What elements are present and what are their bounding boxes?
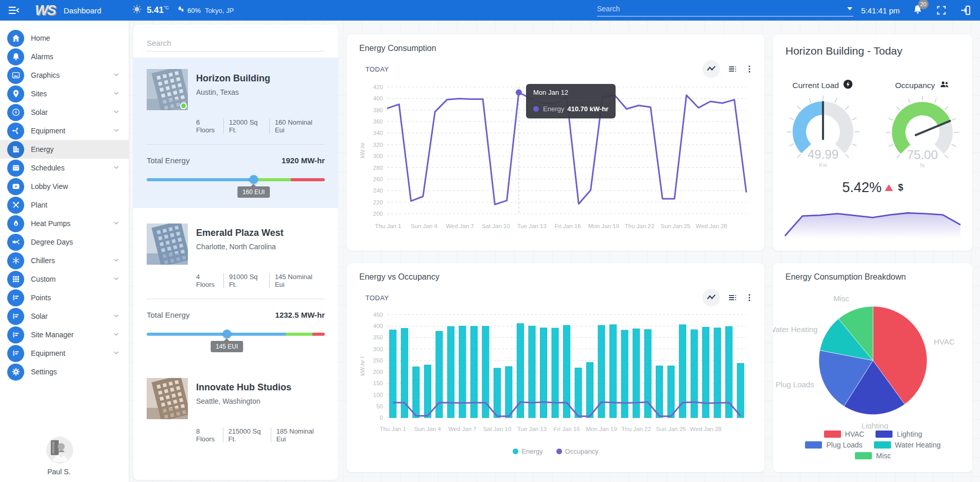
building-stats: 8 Floors215000 Sq Ft.185 Nominal Eui	[196, 427, 325, 443]
sidebar-item-graphics[interactable]: Graphics	[0, 66, 129, 84]
sidebar-item-home[interactable]: Home	[0, 29, 129, 47]
fan-icon	[7, 123, 24, 140]
kebab-menu-icon[interactable]	[745, 293, 754, 302]
online-status-dot	[180, 102, 187, 109]
menu-toggle-icon[interactable]	[7, 4, 21, 17]
sidebar-item-label: Graphics	[31, 71, 113, 79]
occupancy-gauge: Occupancy 75.00%	[877, 79, 968, 170]
flame-icon	[7, 215, 24, 232]
svg-text:240: 240	[373, 187, 383, 194]
svg-text:260: 260	[373, 176, 383, 182]
gear-icon	[7, 364, 24, 381]
svg-text:Thu Jan 1: Thu Jan 1	[375, 223, 401, 229]
sidebar-item-custom[interactable]: Custom	[0, 270, 129, 288]
legend-item-hvac[interactable]: HVAC	[824, 430, 865, 438]
global-search-input[interactable]	[597, 1, 853, 16]
line-chart-toggle-button[interactable]	[703, 289, 720, 306]
chevron-down-icon[interactable]	[847, 7, 852, 10]
sidebar-item-label: Points	[31, 294, 122, 302]
svg-text:Sun Jan 4: Sun Jan 4	[411, 223, 437, 229]
image-icon	[7, 67, 24, 84]
pie-legend: HVACLightingPlug LoadsWater HeatingMisc	[791, 430, 955, 460]
fullscreen-button[interactable]	[936, 5, 947, 16]
svg-text:75.00: 75.00	[907, 148, 938, 162]
building-icon	[7, 141, 24, 158]
period-label: TODAY	[365, 294, 389, 302]
sidebar-item-chillers[interactable]: Chillers	[0, 251, 129, 270]
svg-text:kW-hr /: kW-hr /	[359, 356, 365, 376]
sidebar-item-solar[interactable]: Solar	[0, 103, 129, 122]
chevron-down-icon	[113, 71, 119, 80]
svg-text:Mon Jan 19: Mon Jan 19	[586, 426, 617, 432]
svg-text:Wed Jan 7: Wed Jan 7	[446, 223, 474, 229]
svg-text:Thu Jan 22: Thu Jan 22	[621, 426, 651, 432]
table-view-button[interactable]	[727, 292, 738, 303]
sidebar-item-sites[interactable]: Sites	[0, 84, 129, 103]
breakdown-card: Energy Consumption Breakdown HVACLightin…	[773, 263, 972, 472]
list-bars-icon	[7, 345, 24, 362]
trend-up-icon	[885, 184, 893, 191]
chevron-down-icon	[113, 256, 119, 265]
app-title: Dashboard	[64, 6, 101, 15]
sidebar-item-alarms[interactable]: Alarms	[0, 47, 129, 66]
building-card-emerald-plaza-west[interactable]: Emerald Plaza WestCharlotte, North Carol…	[133, 212, 338, 363]
svg-text:350: 350	[373, 334, 383, 340]
legend-item-lighting[interactable]: Lighting	[876, 430, 922, 438]
notifications-button[interactable]: 20	[912, 4, 923, 17]
chevron-down-icon	[113, 89, 119, 98]
svg-text:Mon Jan 19: Mon Jan 19	[588, 223, 619, 229]
sidebar-item-label: Chillers	[31, 256, 113, 265]
sidebar-item-heat-pumps[interactable]: Heat Pumps	[0, 214, 129, 233]
sidebar-item-energy[interactable]: Energy	[0, 140, 129, 159]
list-bars-icon	[7, 326, 24, 343]
svg-text:220: 220	[373, 199, 383, 205]
sidebar-item-plant[interactable]: Plant	[0, 196, 129, 214]
buildings-search-input[interactable]	[147, 35, 325, 51]
building-photo	[147, 69, 188, 110]
svg-text:400: 400	[373, 323, 383, 329]
sidebar-item-label: Home	[31, 34, 122, 42]
sidebar-item-equipment[interactable]: Equipment	[0, 122, 129, 140]
sidebar-item-lobby-view[interactable]: Lobby View	[0, 177, 129, 196]
user-profile[interactable]: Paul S.	[0, 437, 129, 476]
sidebar-item-label: Custom	[31, 275, 113, 283]
line-chart-toggle-button[interactable]	[703, 60, 720, 78]
legend-item-misc[interactable]: Misc	[855, 452, 891, 460]
eui-slider[interactable]: 160 EUI	[147, 178, 325, 181]
weather-location: Tokyo, JP	[205, 7, 234, 14]
building-card-horizon-building[interactable]: Horizon BuildingAustin, Texas6 Floors120…	[133, 58, 338, 208]
top-bar: WS Dashboard 5.41°C 60% Tokyo, JP 5:41:4…	[0, 0, 980, 21]
chart-legend: EnergyOccupancy	[347, 447, 764, 455]
building-card-innovate-hub-studios[interactable]: Innovate Hub StudiosSeattle, Washington8…	[133, 367, 338, 455]
snowflake-icon	[7, 252, 24, 269]
total-energy-value: 1920 MW-hr	[282, 156, 325, 165]
sidebar-item-schedules[interactable]: Schedules	[0, 159, 129, 177]
humidity-icon	[176, 4, 186, 16]
gauge-label: Occupancy	[895, 81, 935, 90]
legend-item-occupancy[interactable]: Occupancy	[556, 447, 599, 455]
sidebar-item-solar[interactable]: Solar	[0, 307, 129, 325]
svg-text:Misc: Misc	[833, 294, 849, 303]
svg-text:Wed Jan 28: Wed Jan 28	[696, 223, 727, 229]
slider-handle[interactable]	[249, 175, 258, 184]
legend-item-water-heating[interactable]: Water Heating	[874, 441, 941, 449]
chart-title: Energy vs Occupancy	[359, 272, 440, 282]
logout-button[interactable]	[959, 4, 972, 16]
chevron-down-icon	[113, 312, 119, 321]
sidebar-item-site-manager[interactable]: Site Manager	[0, 325, 129, 344]
table-view-button[interactable]	[727, 64, 738, 74]
sidebar-item-points[interactable]: Points	[0, 288, 129, 307]
legend-item-energy[interactable]: Energy	[513, 447, 542, 455]
notification-badge: 20	[918, 0, 929, 9]
sidebar-item-equipment[interactable]: Equipment	[0, 344, 129, 363]
eui-slider[interactable]: 145 EUI	[147, 333, 325, 336]
svg-text:Tue Jan 13: Tue Jan 13	[517, 426, 547, 432]
chevron-down-icon	[113, 349, 119, 358]
svg-text:320: 320	[373, 142, 383, 148]
sidebar-item-settings[interactable]: Settings	[0, 363, 129, 381]
legend-item-plug-loads[interactable]: Plug Loads	[805, 441, 862, 449]
svg-text:0: 0	[380, 415, 383, 421]
sidebar-item-degree-days[interactable]: Degree Days	[0, 233, 129, 251]
slider-handle[interactable]	[222, 330, 231, 338]
kebab-menu-icon[interactable]	[745, 64, 754, 74]
